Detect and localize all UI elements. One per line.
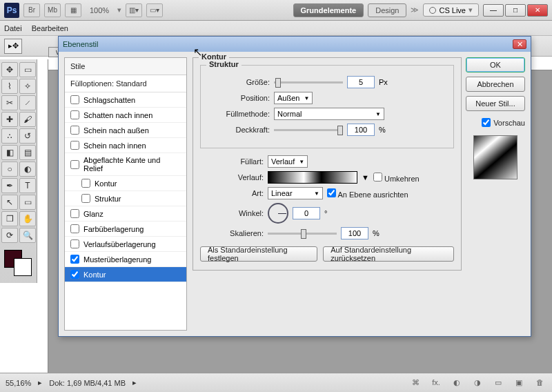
make-default-button[interactable]: Als Standardeinstellung festlegen (200, 246, 317, 262)
style-checkbox[interactable] (70, 255, 79, 264)
style-item[interactable]: Schatten nach innen (65, 108, 186, 123)
style-item[interactable]: Glanz (65, 206, 186, 222)
gradient-tool[interactable]: ▤ (19, 145, 36, 160)
style-item[interactable]: Kontur (65, 176, 186, 191)
history-brush-tool[interactable]: ↺ (19, 128, 36, 144)
style-checkbox[interactable] (70, 110, 79, 119)
type-tool[interactable]: T (19, 178, 36, 193)
heal-tool[interactable]: ✚ (1, 112, 18, 127)
panel-folder-icon[interactable]: ▭ (491, 378, 505, 387)
align-checkbox[interactable] (327, 188, 336, 197)
panel-fx-icon[interactable]: fx. (429, 378, 443, 387)
size-input[interactable] (347, 76, 375, 88)
styles-header[interactable]: Stile (65, 58, 186, 75)
chevron-down-icon[interactable]: ▾ (117, 6, 121, 14)
scale-input[interactable] (341, 227, 368, 239)
color-swatches[interactable] (1, 248, 36, 276)
style-item[interactable]: Struktur (65, 191, 186, 206)
window-maximize[interactable]: □ (505, 4, 526, 17)
reset-default-button[interactable]: Auf Standardeinstellung zurücksetzen (323, 246, 454, 262)
shape-tool[interactable]: ▭ (19, 195, 36, 210)
cancel-button[interactable]: Abbrechen (466, 77, 525, 92)
size-slider[interactable] (274, 81, 343, 84)
style-item[interactable]: Kontur (65, 267, 186, 282)
workspace-more-icon[interactable]: ≫ (411, 6, 419, 14)
status-doc[interactable]: Dok: 1,69 MB/4,41 MB (49, 379, 126, 387)
gradstyle-combo[interactable]: Linear▼ (268, 187, 323, 199)
window-close[interactable]: ✕ (527, 4, 548, 17)
move-tool-preview[interactable]: ▸✥ (4, 39, 22, 54)
stamp-tool[interactable]: ⛬ (1, 128, 18, 144)
minibridge-icon[interactable]: Mb (44, 3, 61, 17)
style-item[interactable]: Schein nach außen (65, 123, 186, 138)
style-item[interactable]: Schein nach innen (65, 138, 186, 153)
workspace-design[interactable]: Design (368, 3, 406, 17)
arrange-icon[interactable]: ▥▾ (126, 3, 142, 17)
viewextras-icon[interactable]: ▦ (65, 3, 81, 17)
style-checkbox[interactable] (70, 270, 79, 279)
marquee-tool[interactable]: ▭ (19, 62, 36, 77)
style-checkbox[interactable] (81, 179, 90, 188)
style-item[interactable]: Abgeflachte Kante und Relief (65, 153, 186, 176)
gradient-picker-icon[interactable]: ▼ (362, 173, 369, 182)
style-checkbox[interactable] (70, 95, 79, 104)
style-checkbox[interactable] (70, 209, 79, 218)
panel-adjust-icon[interactable]: ◑ (471, 378, 484, 387)
dodge-tool[interactable]: ◐ (19, 161, 36, 177)
gradient-preview[interactable] (268, 171, 357, 184)
scale-slider[interactable] (268, 233, 337, 235)
lasso-tool[interactable]: ⌇ (1, 79, 18, 94)
brush-tool[interactable]: 🖌 (19, 112, 36, 127)
panel-mask-icon[interactable]: ◐ (450, 378, 464, 387)
opacity-input[interactable] (347, 124, 375, 136)
angle-dial[interactable] (268, 203, 288, 224)
blur-tool[interactable]: ○ (1, 161, 18, 177)
dialog-close-icon[interactable]: ✕ (513, 39, 526, 49)
window-minimize[interactable]: — (483, 4, 504, 17)
path-tool[interactable]: ↖ (1, 195, 18, 210)
move-tool[interactable]: ✥ (1, 62, 18, 77)
style-checkbox[interactable] (70, 160, 79, 169)
eraser-tool[interactable]: ◧ (1, 145, 18, 160)
hand-tool[interactable]: ✋ (19, 211, 36, 226)
blend-combo[interactable]: Normal▼ (274, 108, 384, 120)
style-item[interactable]: Farbüberlagerung (65, 222, 186, 237)
workspace-essentials[interactable]: Grundelemente (293, 3, 364, 17)
crop-tool[interactable]: ✂ (1, 95, 18, 110)
fill-options-row[interactable]: Fülloptionen: Standard (65, 75, 186, 92)
cslive-button[interactable]: CS Live▾ (423, 3, 479, 17)
3d-tool[interactable]: ❒ (1, 211, 18, 226)
background-swatch[interactable] (14, 258, 32, 276)
style-checkbox[interactable] (70, 141, 79, 150)
status-zoom[interactable]: 55,16% (6, 379, 31, 387)
eyedropper-tool[interactable]: ⟋ (19, 95, 36, 110)
wand-tool[interactable]: ✧ (19, 79, 36, 94)
style-checkbox[interactable] (70, 126, 79, 135)
panel-new-icon[interactable]: ▣ (512, 378, 526, 387)
screenmode-icon[interactable]: ▭▾ (146, 3, 163, 17)
preview-checkbox[interactable] (482, 118, 491, 127)
bridge-icon[interactable]: Br (23, 3, 40, 17)
new-style-button[interactable]: Neuer Stil... (466, 96, 525, 111)
angle-input[interactable] (293, 207, 320, 219)
style-checkbox[interactable] (70, 224, 79, 233)
zoom-level[interactable]: 100% (90, 6, 109, 14)
style-item[interactable]: Verlaufsüberlagerung (65, 237, 186, 252)
style-item[interactable]: Musterüberlagerung (65, 252, 186, 267)
menu-edit[interactable]: Bearbeiten (32, 24, 68, 32)
ok-button[interactable]: OK (466, 57, 525, 72)
filltype-combo[interactable]: Verlauf▼ (268, 155, 308, 168)
style-item[interactable]: Schlagschatten (65, 92, 186, 108)
style-checkbox[interactable] (70, 239, 79, 248)
zoom-tool[interactable]: 🔍 (19, 228, 36, 243)
reverse-checkbox[interactable] (373, 173, 382, 182)
pen-tool[interactable]: ✒ (1, 178, 18, 193)
style-checkbox[interactable] (81, 194, 90, 203)
position-combo[interactable]: Außen▼ (274, 92, 313, 104)
panel-link-icon[interactable]: ⌘ (408, 378, 422, 387)
dialog-titlebar[interactable]: Ebenenstil ✕ (59, 37, 531, 52)
panel-trash-icon[interactable]: 🗑 (533, 378, 546, 387)
opacity-slider[interactable] (274, 129, 343, 131)
menu-file[interactable]: Datei (4, 24, 22, 32)
rotate-tool[interactable]: ⟳ (1, 228, 18, 243)
